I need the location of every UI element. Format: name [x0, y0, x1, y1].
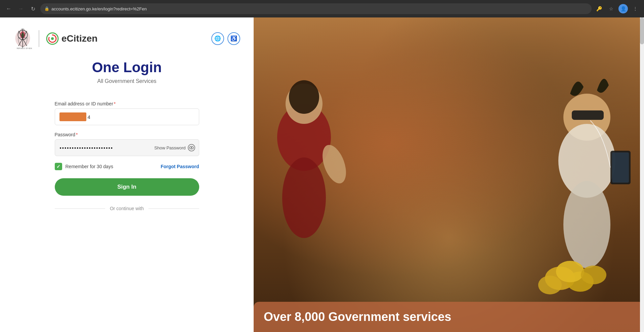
forward-button[interactable]: →: [16, 4, 26, 13]
photo-scene: [254, 17, 644, 332]
logo-area: REPUBLIC OF KENYA eCitizen: [13, 28, 97, 49]
page-content: REPUBLIC OF KENYA eCitizen: [0, 17, 644, 332]
login-form: Email address or ID number* 4 Password* …: [55, 101, 199, 218]
eye-icon: [188, 144, 195, 151]
svg-point-12: [191, 147, 192, 148]
login-panel: REPUBLIC OF KENYA eCitizen: [0, 17, 254, 332]
kenya-crest-logo: REPUBLIC OF KENYA: [13, 28, 32, 49]
reload-icon: ↻: [31, 6, 35, 12]
svg-point-26: [556, 261, 584, 282]
remember-me-section: ✓ Remember for 30 days: [55, 163, 113, 170]
person-left-svg: [260, 70, 368, 312]
password-label: Password*: [55, 132, 199, 137]
address-bar[interactable]: 🔒 accounts.ecitizen.go.ke/en/login?redir…: [40, 3, 592, 14]
services-number: 8,000: [295, 310, 325, 324]
ecitizen-logo: eCitizen: [46, 32, 97, 45]
language-button[interactable]: 🌐: [211, 32, 224, 45]
key-button[interactable]: 🔑: [594, 4, 604, 13]
email-input[interactable]: [55, 108, 199, 125]
email-required-star: *: [114, 101, 116, 106]
svg-point-17: [282, 157, 326, 238]
checkbox-row: ✓ Remember for 30 days Forgot Password: [55, 163, 199, 170]
show-password-label: Show Password: [154, 145, 185, 150]
right-panel: Over 8,000 Government services: [254, 17, 644, 332]
or-continue-divider: Or continue with: [55, 206, 199, 211]
svg-rect-22: [612, 152, 629, 183]
password-required-star: *: [76, 132, 78, 137]
svg-text:REPUBLIC OF KENYA: REPUBLIC OF KENYA: [17, 47, 32, 49]
svg-rect-19: [572, 110, 604, 120]
services-text: Over 8,000 Government services: [264, 310, 634, 324]
services-suffix: Government services: [325, 310, 451, 324]
back-arrow-icon: ←: [6, 6, 11, 12]
forgot-password-link[interactable]: Forgot Password: [161, 164, 199, 169]
fruits-svg: [533, 238, 617, 305]
header-row: REPUBLIC OF KENYA eCitizen: [13, 28, 240, 49]
password-wrapper: Show Password: [55, 139, 199, 156]
more-button[interactable]: ⋮: [631, 4, 640, 13]
browser-chrome: ← → ↻ 🔒 accounts.ecitizen.go.ke/en/login…: [0, 0, 644, 17]
ecitizen-circle-icon: [46, 32, 59, 45]
ecitizen-brand-name: eCitizen: [61, 33, 97, 44]
scrollbar-thumb[interactable]: [640, 17, 644, 44]
reload-button[interactable]: ↻: [28, 4, 38, 13]
or-continue-text: Or continue with: [110, 206, 144, 211]
photo-background: Over 8,000 Government services: [254, 17, 644, 332]
url-text: accounts.ecitizen.go.ke/en/login?redirec…: [51, 6, 588, 11]
back-button[interactable]: ←: [4, 4, 13, 13]
services-overlay-card: Over 8,000 Government services: [254, 302, 644, 332]
email-input-wrapper: 4: [55, 108, 199, 125]
remember-me-checkbox[interactable]: ✓: [55, 163, 62, 170]
page-title: One Login: [92, 59, 162, 76]
star-icon: ☆: [609, 6, 613, 11]
svg-point-28: [538, 276, 562, 294]
accessibility-icon: ♿: [230, 35, 237, 42]
forward-arrow-icon: →: [18, 6, 24, 12]
star-button[interactable]: ☆: [606, 4, 616, 13]
profile-avatar[interactable]: 👤: [618, 4, 628, 13]
remember-me-label: Remember for 30 days: [66, 164, 113, 169]
logo-divider: [39, 30, 39, 47]
browser-actions: 🔑 ☆ 👤 ⋮: [594, 4, 640, 13]
sign-in-button[interactable]: Sign In: [55, 178, 199, 196]
svg-point-15: [289, 80, 319, 114]
accessibility-button[interactable]: ♿: [227, 32, 240, 45]
services-prefix: Over: [264, 310, 295, 324]
header-icons: 🌐 ♿: [211, 32, 240, 45]
page-subtitle: All Government Services: [97, 78, 156, 84]
profile-icon: 👤: [620, 6, 626, 11]
svg-point-10: [51, 37, 54, 40]
checkmark-icon: ✓: [56, 164, 60, 169]
email-label: Email address or ID number*: [55, 101, 199, 106]
more-icon: ⋮: [633, 6, 638, 11]
globe-icon: 🌐: [214, 35, 221, 42]
svg-point-27: [581, 266, 606, 284]
scrollbar[interactable]: [640, 17, 644, 332]
show-password-button[interactable]: Show Password: [154, 144, 195, 151]
lock-icon: 🔒: [44, 6, 49, 11]
